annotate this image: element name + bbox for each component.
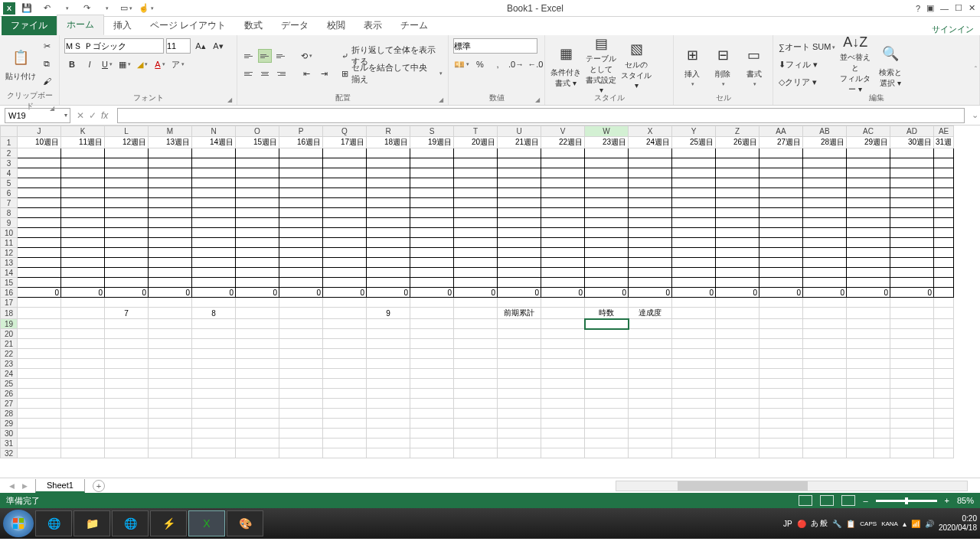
cell[interactable] xyxy=(890,188,934,198)
cell[interactable]: 0 xyxy=(760,288,803,298)
cell[interactable] xyxy=(18,329,61,339)
cell[interactable] xyxy=(149,178,192,188)
cell[interactable] xyxy=(18,278,61,288)
taskbar-paint[interactable]: 🎨 xyxy=(227,510,263,536)
cell[interactable] xyxy=(934,349,954,359)
fx-icon[interactable]: fx xyxy=(101,110,111,121)
cell[interactable] xyxy=(585,238,629,248)
column-header[interactable]: R xyxy=(367,126,410,137)
cell[interactable] xyxy=(149,409,192,419)
cell[interactable] xyxy=(61,298,105,308)
cell[interactable] xyxy=(890,268,934,278)
increase-decimal[interactable]: .0→ xyxy=(508,57,524,72)
cell[interactable] xyxy=(279,448,323,458)
cell[interactable] xyxy=(847,228,890,238)
cell[interactable] xyxy=(672,238,716,248)
cell[interactable] xyxy=(192,208,236,218)
cell[interactable] xyxy=(61,268,105,278)
cell[interactable] xyxy=(149,238,192,248)
cell[interactable] xyxy=(454,198,498,208)
select-all-corner[interactable] xyxy=(1,126,18,137)
cell[interactable] xyxy=(236,178,279,188)
cell[interactable] xyxy=(454,448,498,458)
cell[interactable] xyxy=(803,308,847,319)
cell[interactable] xyxy=(934,198,954,208)
cell[interactable] xyxy=(279,248,323,258)
column-header[interactable]: N xyxy=(192,126,236,137)
cell[interactable]: 達成度 xyxy=(629,308,672,319)
sign-in-link[interactable]: サインイン xyxy=(932,24,980,35)
cell[interactable]: 14週目 xyxy=(192,137,236,148)
cell[interactable] xyxy=(454,339,498,349)
cell[interactable] xyxy=(410,198,454,208)
cell[interactable] xyxy=(61,369,105,379)
cell[interactable] xyxy=(149,359,192,369)
cell[interactable] xyxy=(279,389,323,399)
column-header[interactable]: L xyxy=(105,126,149,137)
cell[interactable] xyxy=(760,419,803,429)
cell[interactable] xyxy=(367,389,410,399)
cell[interactable] xyxy=(149,258,192,268)
cell[interactable] xyxy=(672,339,716,349)
cell[interactable] xyxy=(498,178,541,188)
cell[interactable] xyxy=(410,258,454,268)
cell[interactable] xyxy=(585,278,629,288)
cell[interactable] xyxy=(672,409,716,419)
cell[interactable] xyxy=(61,319,105,329)
cell[interactable] xyxy=(629,389,672,399)
align-middle[interactable] xyxy=(258,49,272,63)
cell[interactable] xyxy=(367,298,410,308)
wrap-text-button[interactable]: ⤶折り返して全体を表示する xyxy=(341,48,443,64)
cell[interactable] xyxy=(498,329,541,339)
cell[interactable] xyxy=(890,369,934,379)
cell[interactable] xyxy=(498,339,541,349)
cell[interactable] xyxy=(61,409,105,419)
cell[interactable]: 0 xyxy=(541,288,585,298)
cell[interactable] xyxy=(934,258,954,268)
cell[interactable] xyxy=(279,218,323,228)
cell[interactable] xyxy=(934,369,954,379)
minimize-icon[interactable]: — xyxy=(940,4,949,13)
cell[interactable] xyxy=(367,429,410,439)
cell[interactable] xyxy=(454,188,498,198)
cell[interactable] xyxy=(760,218,803,228)
cell[interactable] xyxy=(629,218,672,228)
cell[interactable] xyxy=(323,148,367,158)
cell[interactable] xyxy=(890,329,934,339)
cell[interactable] xyxy=(541,168,585,178)
cell[interactable]: 13週目 xyxy=(149,137,192,148)
cell[interactable]: 0 xyxy=(716,288,760,298)
cell[interactable] xyxy=(61,349,105,359)
cell[interactable] xyxy=(629,178,672,188)
cell[interactable] xyxy=(410,168,454,178)
cell[interactable] xyxy=(367,439,410,448)
cell[interactable] xyxy=(847,158,890,168)
cell[interactable] xyxy=(716,238,760,248)
enter-formula-icon[interactable]: ✓ xyxy=(89,110,96,121)
cell[interactable] xyxy=(890,278,934,288)
cell[interactable] xyxy=(323,399,367,409)
cell[interactable] xyxy=(847,339,890,349)
row-header[interactable]: 16 xyxy=(1,288,18,298)
cell[interactable] xyxy=(279,268,323,278)
cell[interactable] xyxy=(410,419,454,429)
cell[interactable] xyxy=(629,369,672,379)
cell[interactable] xyxy=(236,349,279,359)
cell[interactable] xyxy=(541,248,585,258)
cell[interactable] xyxy=(672,389,716,399)
cell[interactable] xyxy=(629,349,672,359)
cell[interactable] xyxy=(236,439,279,448)
insert-cells-button[interactable]: ⊞挿入 xyxy=(678,41,706,90)
cell[interactable] xyxy=(410,359,454,369)
cell[interactable] xyxy=(629,329,672,339)
cell[interactable] xyxy=(149,148,192,158)
align-top[interactable] xyxy=(242,49,256,63)
cell[interactable] xyxy=(803,218,847,228)
cell[interactable] xyxy=(803,258,847,268)
cell[interactable] xyxy=(410,369,454,379)
cell[interactable] xyxy=(18,298,61,308)
cell[interactable] xyxy=(585,439,629,448)
cell[interactable] xyxy=(105,298,149,308)
cell[interactable]: 0 xyxy=(149,288,192,298)
cell[interactable] xyxy=(323,248,367,258)
